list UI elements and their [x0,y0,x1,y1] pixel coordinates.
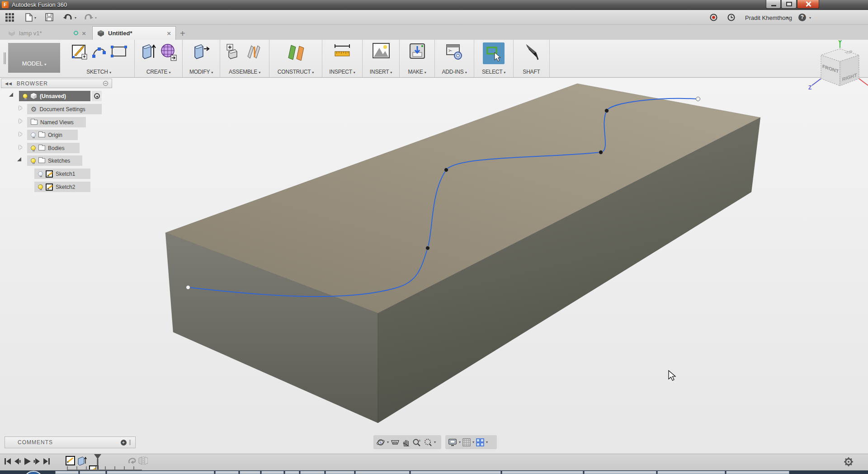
timeline-feature-suppressed-3[interactable] [127,456,137,465]
visibility-bulb-icon[interactable] [31,132,36,137]
form-icon[interactable] [160,42,177,61]
group-label[interactable]: ADD-INS [442,69,464,75]
browser-header[interactable]: ◀◀ BROWSER [1,79,112,88]
taskbar-segment[interactable] [300,471,325,474]
group-label[interactable]: SHAFT [523,69,540,75]
go-to-start-button[interactable] [5,458,11,465]
close-button[interactable] [797,0,819,9]
press-pull-icon[interactable] [192,42,210,61]
rectangle-icon[interactable] [111,44,127,59]
fit-dropdown[interactable]: ▾ [434,440,436,444]
visibility-bulb-icon[interactable] [38,171,43,176]
construction-plane-icon[interactable] [286,42,306,61]
visibility-bulb-icon[interactable] [31,158,36,163]
taskbar-segment[interactable] [80,471,106,474]
display-dropdown[interactable]: ▾ [459,440,461,444]
new-component-icon[interactable] [225,42,242,61]
fit-icon[interactable] [423,438,432,447]
create-sketch-icon[interactable] [71,42,88,61]
comments-panel[interactable]: COMMENTS + [5,436,136,448]
step-forward-button[interactable] [34,458,40,465]
panel-grip[interactable] [129,440,131,445]
browser-row-named-views[interactable]: Named Views [27,117,86,127]
browser-row-sketch2[interactable]: Sketch2 [34,182,90,192]
group-label[interactable]: INSERT [370,69,389,75]
browser-row-sketch1[interactable]: Sketch1 [34,169,90,179]
grid-dropdown[interactable]: ▾ [472,440,474,444]
group-label[interactable]: ASSEMBLE [229,69,257,75]
browser-row-sketches[interactable]: Sketches [27,155,82,166]
app-launcher-grid-icon[interactable] [5,13,14,22]
activate-component-control[interactable] [92,91,102,101]
taskbar-segment[interactable] [502,471,583,474]
browser-row-document-settings[interactable]: ⚙ Document Settings [27,104,102,114]
panel-options-icon[interactable] [103,81,108,86]
redo-icon[interactable] [84,13,93,21]
grid-icon[interactable] [462,438,471,446]
add-comment-icon[interactable]: + [121,440,127,446]
insert-image-icon[interactable] [372,42,390,59]
taskbar-segment[interactable] [261,471,284,474]
go-to-end-button[interactable] [43,458,50,465]
expand-toggle[interactable] [19,132,22,136]
taskbar-segment[interactable] [584,471,656,474]
visibility-bulb-icon[interactable] [23,94,28,99]
viewports-dropdown[interactable]: ▾ [486,440,488,444]
browser-row-origin[interactable]: Origin [27,130,78,140]
timeline-feature-sketch1[interactable] [66,456,75,465]
taskbar-segment[interactable] [355,471,410,474]
expand-toggle[interactable] [17,157,21,161]
group-label[interactable]: MAKE [408,69,423,75]
browser-root-row[interactable]: (Unsaved) [19,91,90,101]
tab-untitled[interactable]: Untitled* × [92,26,176,40]
viewport-canvas[interactable] [0,78,868,454]
display-settings-icon[interactable] [448,438,457,446]
group-label[interactable]: CREATE [146,69,168,75]
taskbar-segment[interactable] [107,471,214,474]
tab-close-icon[interactable]: × [82,29,86,37]
group-label[interactable]: INSPECT [329,69,352,75]
root-expand-toggle[interactable] [9,93,13,97]
expand-toggle[interactable] [19,145,22,150]
pan-icon[interactable] [401,438,410,447]
taskbar-segment[interactable] [215,471,239,474]
orbit-dropdown[interactable]: ▾ [387,440,389,444]
expand-toggle[interactable] [19,106,22,110]
viewcube[interactable]: Y Z X TOP FRONT RIGHT [808,39,868,107]
collapse-panel-icon[interactable]: ◀◀ [5,81,12,86]
user-account-menu[interactable]: Pradit Khemthong [745,14,792,21]
clock-icon[interactable] [727,14,735,21]
undo-dropdown[interactable]: ▾ [75,16,76,20]
browser-row-bodies[interactable]: Bodies [27,143,80,153]
new-tab-button[interactable]: + [180,28,185,39]
group-label[interactable]: CONSTRUCT [278,69,311,75]
save-icon[interactable] [45,13,53,21]
user-menu-dropdown[interactable]: ▾ [787,16,788,20]
timeline-feature-suppressed-4[interactable] [138,456,148,465]
expand-toggle[interactable] [19,119,22,123]
taskbar-segment[interactable] [285,471,299,474]
record-icon[interactable] [710,14,717,21]
ribbon-grip[interactable] [4,52,6,64]
orbit-icon[interactable]: + [376,438,385,447]
look-at-icon[interactable] [391,438,400,447]
help-icon[interactable]: ? [798,14,806,21]
maximize-button[interactable] [781,0,797,9]
group-label[interactable]: SELECT [482,69,502,75]
file-menu-dropdown[interactable]: ▾ [34,16,36,20]
extrude-icon[interactable] [140,42,156,61]
scripts-addins-icon[interactable]: >- [445,42,463,61]
select-tool-button[interactable] [483,42,505,64]
play-button[interactable] [24,458,31,465]
step-back-button[interactable] [14,458,21,465]
taskbar-segment[interactable] [657,471,725,474]
redo-dropdown[interactable]: ▾ [95,16,97,20]
taskbar-segment[interactable] [240,471,260,474]
taskbar-segment[interactable] [55,471,79,474]
visibility-bulb-icon[interactable] [31,145,36,150]
joint-icon[interactable] [246,43,264,61]
viewports-icon[interactable] [476,438,484,446]
undo-icon[interactable] [63,13,72,21]
workspace-selector[interactable]: MODEL ▾ [8,43,60,73]
tab-lamp-v1[interactable]: lamp v1* × [4,26,90,40]
